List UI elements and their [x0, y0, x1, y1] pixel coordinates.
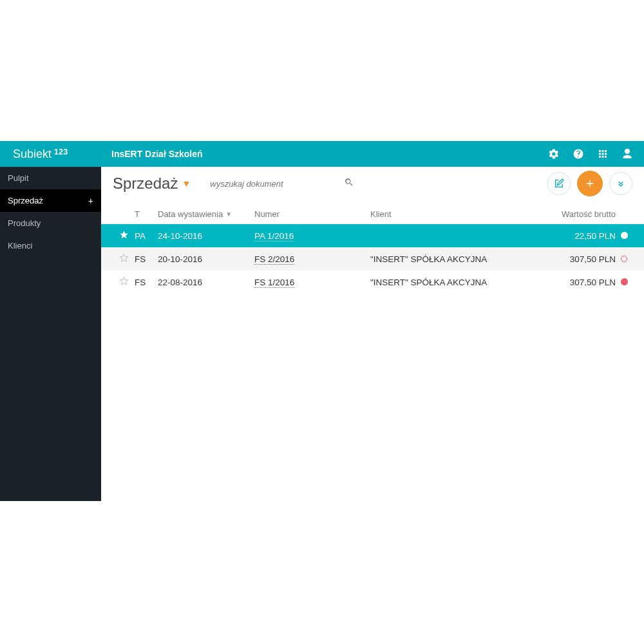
cell-status: [616, 231, 632, 241]
logo-sup: 123: [54, 147, 68, 156]
cell-number: FS 2/2016: [254, 254, 370, 264]
org-name: InsERT Dział Szkoleń: [111, 149, 547, 159]
plus-icon[interactable]: +: [88, 196, 93, 206]
table-row[interactable]: FS20-10-2016FS 2/2016"INSERT" SPÓŁKA AKC…: [101, 247, 644, 270]
star-toggle[interactable]: [113, 230, 135, 242]
dropdown-caret-icon: ▼: [182, 178, 191, 189]
cell-type: FS: [135, 254, 158, 264]
search-icon[interactable]: [344, 177, 354, 190]
help-icon[interactable]: [572, 147, 585, 160]
col-number[interactable]: Numer: [254, 209, 370, 219]
table-body: PA24-10-2016PA 1/201622,50 PLNFS20-10-20…: [101, 224, 644, 294]
cell-amount: 22,50 PLN: [532, 231, 616, 241]
sidebar-item-pulpit[interactable]: Pulpit: [0, 167, 101, 189]
sidebar: Pulpit Sprzedaż + Produkty Klienci: [0, 167, 101, 501]
cell-status: [616, 278, 632, 287]
status-dot-icon: [621, 256, 627, 262]
sidebar-item-label: Klienci: [8, 241, 32, 251]
topbar: Subiekt 123 InsERT Dział Szkoleń: [0, 141, 644, 167]
status-dot-icon: [621, 232, 628, 239]
search-input[interactable]: [210, 176, 339, 191]
apps-icon[interactable]: [596, 147, 609, 160]
body: Pulpit Sprzedaż + Produkty Klienci Sprze…: [0, 167, 644, 501]
page-title-text: Sprzedaż: [113, 175, 178, 193]
status-dot-icon: [621, 278, 628, 285]
sidebar-item-label: Produkty: [8, 218, 41, 228]
cell-amount: 307,50 PLN: [532, 254, 616, 264]
col-date-label: Data wystawienia: [158, 209, 223, 219]
cell-number: PA 1/2016: [254, 231, 370, 241]
sidebar-item-klienci[interactable]: Klienci: [0, 234, 101, 257]
col-client[interactable]: Klient: [370, 209, 532, 219]
col-type[interactable]: T: [135, 209, 158, 219]
cell-date: 20-10-2016: [158, 254, 254, 264]
cell-client: "INSERT" SPÓŁKA AKCYJNA: [370, 278, 532, 287]
documents-table: T Data wystawienia ▼ Numer Klient Wartoś…: [101, 204, 644, 294]
document-link[interactable]: FS 2/2016: [254, 254, 294, 265]
search-wrap: [210, 176, 541, 191]
cell-date: 24-10-2016: [158, 231, 254, 241]
table-row[interactable]: PA24-10-2016PA 1/201622,50 PLN: [101, 224, 644, 247]
app-window: Subiekt 123 InsERT Dział Szkoleń Pulpit: [0, 141, 644, 501]
action-buttons: [547, 171, 632, 196]
topbar-actions: [547, 147, 634, 160]
sidebar-item-label: Sprzedaż: [8, 196, 43, 205]
expand-button[interactable]: [609, 172, 632, 195]
cell-number: FS 1/2016: [254, 278, 370, 287]
star-toggle[interactable]: [113, 253, 135, 265]
cell-date: 22-08-2016: [158, 278, 254, 287]
star-toggle[interactable]: [113, 276, 135, 288]
cell-client: "INSERT" SPÓŁKA AKCYJNA: [370, 254, 532, 264]
user-icon[interactable]: [621, 147, 634, 160]
table-row[interactable]: FS22-08-2016FS 1/2016"INSERT" SPÓŁKA AKC…: [101, 270, 644, 294]
sidebar-item-label: Pulpit: [8, 173, 29, 183]
document-link[interactable]: PA 1/2016: [254, 231, 294, 242]
cell-status: [616, 254, 632, 264]
cell-type: PA: [135, 231, 158, 241]
col-date[interactable]: Data wystawienia ▼: [158, 209, 254, 219]
page-title[interactable]: Sprzedaż ▼: [113, 175, 191, 193]
table-header: T Data wystawienia ▼ Numer Klient Wartoś…: [101, 204, 644, 224]
cell-type: FS: [135, 278, 158, 287]
edit-button[interactable]: [547, 172, 571, 195]
document-link[interactable]: FS 1/2016: [254, 278, 294, 288]
sidebar-item-sprzedaz[interactable]: Sprzedaż +: [0, 189, 101, 212]
sidebar-item-produkty[interactable]: Produkty: [0, 212, 101, 234]
sort-desc-icon: ▼: [225, 211, 232, 218]
toolbar: Sprzedaż ▼: [101, 167, 644, 200]
cell-amount: 307,50 PLN: [532, 278, 616, 287]
col-amount[interactable]: Wartość brutto: [532, 209, 616, 219]
logo-text: Subiekt: [13, 147, 52, 161]
main-content: Sprzedaż ▼: [101, 167, 644, 501]
app-logo: Subiekt 123: [0, 141, 101, 167]
add-button[interactable]: [577, 171, 603, 196]
settings-icon[interactable]: [547, 147, 560, 160]
